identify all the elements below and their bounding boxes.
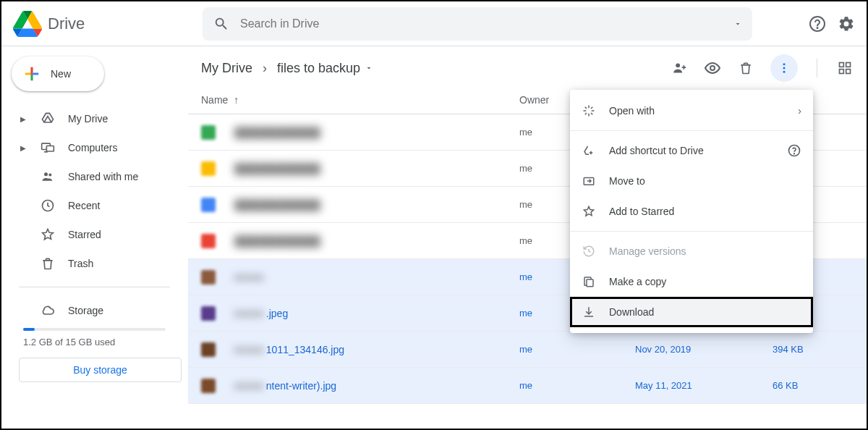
versions-icon — [582, 244, 596, 258]
help-icon[interactable] — [809, 15, 826, 33]
breadcrumb-current[interactable]: files to backup — [277, 61, 373, 76]
breadcrumb: My Drive › files to backup — [201, 61, 373, 76]
file-name — [234, 271, 266, 283]
ctx-label: Open with — [609, 105, 655, 117]
svg-point-11 — [783, 71, 786, 73]
table-row[interactable]: ntent-writer).jpgmeMay 11, 202166 KB — [188, 368, 867, 404]
svg-point-10 — [783, 67, 786, 69]
svg-rect-3 — [46, 146, 54, 152]
sidebar-item-starred[interactable]: ▶ Starred — [7, 220, 182, 249]
cell-owner: me — [519, 380, 635, 391]
clock-icon — [41, 198, 55, 213]
divider — [19, 287, 170, 287]
shortcut-icon — [582, 143, 596, 158]
plus-icon — [22, 64, 42, 84]
cell-size: 66 KB — [773, 380, 867, 391]
cell-modified: Nov 20, 2019 — [635, 344, 773, 355]
chevron-right-icon: › — [798, 105, 801, 117]
ctx-manage-versions: Manage versions — [570, 236, 813, 266]
sidebar-label: Shared with me — [68, 171, 138, 182]
delete-trash-icon[interactable] — [737, 59, 754, 77]
cloud-icon — [41, 303, 55, 318]
svg-rect-14 — [840, 69, 844, 74]
open-with-icon — [582, 104, 596, 118]
divider — [570, 231, 813, 232]
file-name: ████████████ — [234, 163, 320, 174]
expand-icon[interactable]: ▶ — [20, 144, 27, 152]
more-actions-button[interactable] — [770, 54, 798, 82]
breadcrumb-root[interactable]: My Drive — [201, 61, 252, 76]
toolbar: My Drive › files to backup — [188, 46, 867, 85]
header-actions — [809, 15, 855, 33]
settings-gear-icon[interactable] — [838, 15, 855, 33]
ctx-download[interactable]: Download — [570, 297, 813, 327]
ctx-make-copy[interactable]: Make a copy — [570, 266, 813, 297]
sidebar-label: My Drive — [68, 113, 108, 125]
svg-point-8 — [710, 66, 715, 70]
file-icon — [201, 161, 216, 176]
svg-point-9 — [783, 63, 786, 65]
search-dropdown-icon[interactable] — [733, 20, 742, 28]
sidebar-item-storage[interactable]: ▶ Storage — [7, 296, 182, 325]
file-icon — [201, 198, 216, 212]
star-icon — [582, 204, 596, 219]
file-name: ntent-writer).jpg — [234, 380, 336, 392]
file-icon — [201, 342, 216, 357]
caret-down-icon — [365, 64, 373, 72]
sidebar-label: Trash — [68, 258, 93, 269]
shared-icon — [41, 169, 55, 184]
new-button[interactable]: New — [12, 56, 104, 91]
search-bar[interactable] — [203, 7, 752, 41]
new-button-label: New — [51, 68, 71, 80]
svg-rect-13 — [846, 63, 851, 67]
svg-rect-19 — [587, 279, 593, 287]
ctx-label: Make a copy — [609, 276, 666, 287]
ctx-label: Add to Starred — [609, 206, 674, 217]
search-input[interactable] — [240, 17, 723, 30]
search-icon[interactable] — [213, 15, 230, 33]
file-name: ████████████ — [234, 127, 320, 138]
share-person-icon[interactable] — [671, 59, 688, 77]
sidebar: New ▶ My Drive ▶ Computers ▶ Shared with… — [1, 46, 188, 429]
ctx-open-with[interactable]: Open with › — [570, 96, 813, 126]
preview-eye-icon[interactable] — [704, 59, 721, 77]
svg-rect-15 — [846, 69, 851, 74]
sidebar-item-recent[interactable]: ▶ Recent — [7, 191, 182, 220]
divider — [570, 130, 813, 131]
file-icon — [201, 306, 216, 321]
svg-point-5 — [48, 174, 51, 177]
app-title: Drive — [48, 14, 85, 33]
table-row[interactable]: 1011_134146.jpgmeNov 20, 2019394 KB — [188, 332, 867, 368]
svg-point-17 — [794, 153, 795, 154]
storage-label: Storage — [68, 305, 103, 316]
file-icon — [201, 379, 216, 393]
sort-arrow-up-icon: ↑ — [234, 94, 239, 106]
file-name: ████████████ — [234, 235, 320, 247]
content-area: My Drive › files to backup Name — [188, 46, 867, 429]
file-name: 1011_134146.jpg — [234, 344, 344, 355]
sidebar-item-my-drive[interactable]: ▶ My Drive — [7, 104, 182, 133]
drive-icon — [41, 111, 55, 126]
chevron-right-icon: › — [263, 61, 267, 76]
ctx-label: Move to — [609, 175, 645, 187]
expand-icon[interactable]: ▶ — [20, 115, 27, 123]
storage-bar — [23, 328, 166, 331]
logo-block[interactable]: Drive — [13, 9, 185, 38]
svg-rect-12 — [840, 63, 844, 67]
ctx-add-shortcut[interactable]: Add shortcut to Drive — [570, 135, 813, 166]
app-header: Drive — [1, 1, 867, 46]
buy-storage-button[interactable]: Buy storage — [19, 358, 182, 382]
ctx-move-to[interactable]: Move to — [570, 166, 813, 196]
sidebar-item-computers[interactable]: ▶ Computers — [7, 133, 182, 162]
drive-logo-icon — [13, 9, 42, 38]
grid-view-icon[interactable] — [836, 59, 854, 77]
sidebar-label: Starred — [68, 229, 101, 240]
file-name: .jpeg — [234, 308, 288, 319]
column-name-label: Name — [201, 94, 228, 106]
sidebar-item-shared[interactable]: ▶ Shared with me — [7, 162, 182, 191]
sidebar-item-trash[interactable]: ▶ Trash — [7, 249, 182, 278]
column-name[interactable]: Name ↑ — [201, 94, 519, 106]
file-icon — [201, 125, 216, 140]
move-to-icon — [582, 174, 596, 188]
ctx-add-starred[interactable]: Add to Starred — [570, 196, 813, 227]
